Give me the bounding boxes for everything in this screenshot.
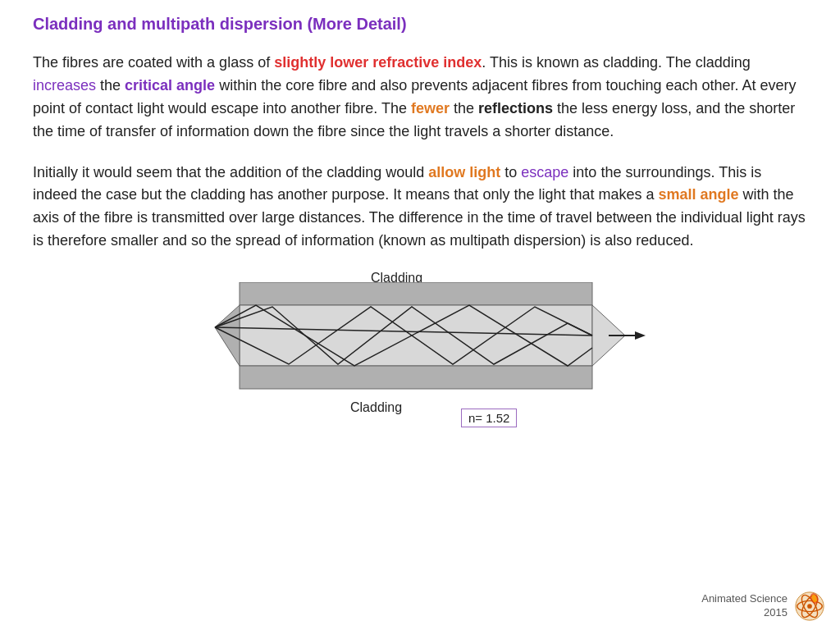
branding-line1: Animated Science (701, 592, 788, 606)
paragraph-2: Initially it would seem that the additio… (33, 162, 807, 253)
fibre-svg (190, 282, 650, 413)
svg-rect-2 (240, 366, 592, 389)
svg-rect-0 (240, 282, 592, 305)
page-content: Cladding and multipath dispersion (More … (0, 0, 840, 435)
highlight-refractive-index: slightly lower refractive index (274, 54, 482, 71)
paragraph-1: The fibres are coated with a glass of sl… (33, 52, 807, 144)
page-title: Cladding and multipath dispersion (More … (33, 15, 807, 34)
svg-point-12 (807, 604, 812, 609)
svg-marker-3 (215, 305, 240, 366)
highlight-fewer: fewer (411, 100, 450, 116)
branding-text: Animated Science 2015 (701, 592, 788, 620)
diagram-area: Cladding Core n= 1.62 Cladding n= 1.52 (33, 271, 807, 435)
highlight-reflections: reflections (478, 100, 553, 116)
highlight-critical-angle: critical angle (125, 77, 215, 94)
svg-rect-1 (240, 305, 592, 366)
branding-logo-icon (794, 591, 825, 622)
svg-marker-6 (635, 331, 646, 340)
highlight-increases: increases (33, 77, 96, 94)
highlight-escape: escape (521, 164, 568, 180)
branding-line2: 2015 (701, 606, 788, 620)
highlight-small-angle: small angle (659, 186, 739, 203)
diagram-container: Cladding Core n= 1.62 Cladding n= 1.52 (190, 271, 650, 435)
branding: Animated Science 2015 (701, 591, 825, 622)
highlight-allow-light: allow light (428, 164, 500, 180)
